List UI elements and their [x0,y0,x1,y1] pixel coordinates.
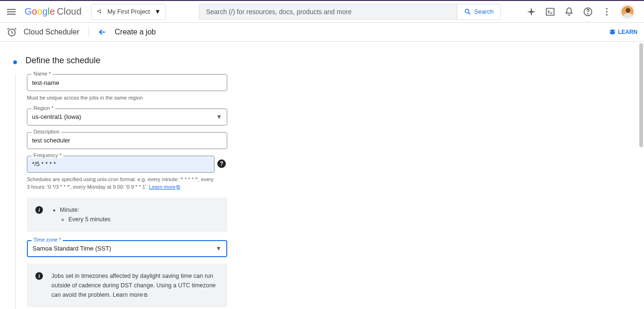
timezone-field-wrapper: Time zone * Samoa Standard Time (SST) ▼ [27,240,227,257]
cloud-shell-icon[interactable] [545,7,555,17]
description-field-wrapper: Description [27,132,227,149]
external-link-icon: ⧉ [176,184,180,190]
search-button-label: Search [474,8,494,15]
svg-rect-5 [546,8,554,15]
frequency-preview-body: Minute: Every 5 minutes [51,205,111,224]
divider [89,27,89,37]
region-value: us-central1 (Iowa) [32,113,81,120]
caret-down-icon: ▼ [216,113,222,120]
description-input[interactable] [27,132,227,149]
sub-header: Cloud Scheduler Create a job LEARN [0,23,644,42]
menu-icon[interactable] [6,6,17,17]
project-picker[interactable]: My First Project ▼ [91,4,166,20]
frequency-preview-detail: Every 5 minutes [68,215,111,224]
info-icon: i [35,206,43,214]
google-cloud-logo[interactable]: GoogleCloud [25,6,82,17]
timezone-info-panel: i Jobs set in timezones affected by dayl… [27,264,227,307]
project-name: My First Project [107,8,150,15]
name-input[interactable] [27,74,227,91]
avatar[interactable] [620,5,635,19]
svg-point-9 [606,11,607,12]
search-placeholder: Search (/) for resources, docs, products… [206,8,352,16]
learn-button[interactable]: LEARN [609,28,637,36]
scrollbar[interactable] [639,43,643,147]
name-label: Name * [32,71,53,76]
header-right [526,5,638,19]
page-title: Create a job [115,28,156,36]
product-name: Cloud Scheduler [24,28,79,36]
search-button[interactable]: Search [457,4,501,20]
search-input[interactable]: Search (/) for resources, docs, products… [199,4,457,20]
more-icon[interactable] [602,7,612,17]
search-icon [464,8,471,16]
top-header: GoogleCloud My First Project ▼ Search (/… [0,1,644,23]
frequency-learn-more-link[interactable]: Learn more⧉ [149,184,180,190]
svg-point-3 [465,9,469,13]
back-icon[interactable] [98,27,107,37]
caret-down-icon: ▼ [215,245,222,252]
svg-point-1 [99,9,101,11]
step-title: Define the schedule [25,56,227,66]
svg-point-8 [606,8,607,9]
step-indicator [13,60,17,64]
cloud-scheduler-icon [7,27,17,37]
svg-line-4 [468,12,470,14]
content: Define the schedule Name * Must be uniqu… [0,42,644,309]
region-field-wrapper: Region * us-central1 (Iowa) ▼ [27,109,227,125]
learn-icon [609,28,616,36]
name-field-wrapper: Name * Must be unique across the jobs in… [27,74,227,102]
svg-point-7 [587,14,588,14]
frequency-preview-panel: i Minute: Every 5 minutes [27,198,227,232]
frequency-label: Frequency * [32,152,63,158]
frequency-input[interactable] [27,156,215,173]
info-icon: i [35,272,43,280]
help-icon[interactable] [583,7,593,17]
svg-point-2 [99,11,101,13]
name-helper: Must be unique across the jobs in the sa… [27,94,227,102]
region-label: Region * [32,105,55,111]
gemini-icon[interactable] [526,7,537,17]
notifications-icon[interactable] [564,7,574,17]
frequency-helper-text: Schedules are specified using unix-cron … [27,176,214,190]
frequency-helper: Schedules are specified using unix-cron … [27,175,215,191]
step-row: Define the schedule Name * Must be uniqu… [13,56,644,309]
timezone-select[interactable]: Samoa Standard Time (SST) ▼ [27,240,227,257]
frequency-preview-heading: Minute: [60,207,79,213]
external-link-icon: ⧉ [144,292,148,298]
learn-label: LEARN [618,29,637,35]
search-wrap: Search (/) for resources, docs, products… [199,4,501,20]
timezone-value: Samoa Standard Time (SST) [33,245,111,252]
frequency-help-icon[interactable]: ? [217,159,226,168]
svg-point-10 [606,14,607,15]
frequency-field-wrapper: Frequency * ? Schedules are specified us… [27,156,215,191]
timezone-info-body: Jobs set in timezones affected by daylig… [51,271,220,300]
timezone-learn-more-link[interactable]: Learn more⧉ [113,292,148,298]
timezone-label: Time zone * [32,237,63,242]
caret-down-icon: ▼ [155,8,161,15]
form: Name * Must be unique across the jobs in… [15,74,227,309]
description-label: Description [32,129,61,134]
region-select[interactable]: us-central1 (Iowa) ▼ [27,109,227,125]
svg-point-0 [97,10,99,12]
